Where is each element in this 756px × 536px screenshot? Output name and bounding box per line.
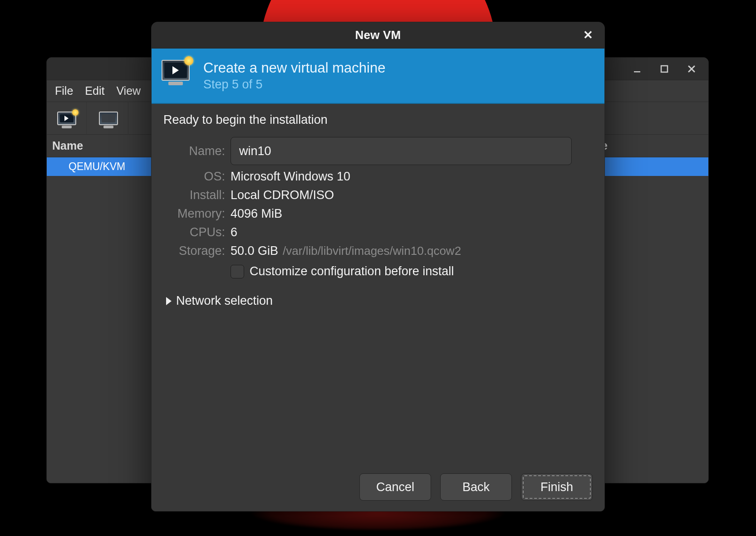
svg-rect-0 <box>634 71 640 73</box>
label-cpus: CPUs: <box>163 225 226 239</box>
connection-name: QEMU/KVM <box>69 161 125 173</box>
network-selection-label: Network selection <box>176 294 273 308</box>
vm-name-input[interactable] <box>231 137 572 165</box>
minimize-button[interactable] <box>629 61 645 77</box>
label-os: OS: <box>163 170 226 184</box>
ready-text: Ready to begin the installation <box>163 113 593 127</box>
label-memory: Memory: <box>163 207 226 221</box>
chevron-right-icon <box>166 297 172 305</box>
cancel-button[interactable]: Cancel <box>359 473 431 501</box>
menu-edit[interactable]: Edit <box>85 84 104 97</box>
customize-label: Customize configuration before install <box>250 264 454 278</box>
close-icon: ✕ <box>583 28 593 42</box>
svg-rect-1 <box>661 66 668 72</box>
value-memory: 4096 MiB <box>231 207 593 221</box>
dialog-title: New VM <box>152 28 604 42</box>
label-name: Name: <box>163 144 226 158</box>
close-button[interactable] <box>684 61 699 77</box>
open-vm-toolbar-button[interactable] <box>88 102 128 135</box>
menu-view[interactable]: View <box>116 84 141 97</box>
value-cpus: 6 <box>231 225 593 239</box>
customize-checkbox[interactable] <box>231 265 244 278</box>
dialog-close-button[interactable]: ✕ <box>578 22 598 48</box>
new-vm-icon <box>162 60 194 92</box>
value-storage-path: /var/lib/libvirt/images/win10.qcow2 <box>283 244 461 258</box>
back-button[interactable]: Back <box>440 473 512 501</box>
banner-heading: Create a new virtual machine <box>203 60 385 76</box>
finish-button[interactable]: Finish <box>521 473 593 501</box>
menu-file[interactable]: File <box>55 84 73 97</box>
network-selection-expander[interactable]: Network selection <box>166 294 593 308</box>
new-vm-dialog: New VM ✕ Create a new virtual machine St… <box>151 22 605 512</box>
value-os: Microsoft Windows 10 <box>231 170 593 184</box>
dialog-banner: Create a new virtual machine Step 5 of 5 <box>152 49 604 104</box>
banner-step: Step 5 of 5 <box>203 78 385 92</box>
value-storage-size: 50.0 GiB <box>231 244 278 258</box>
maximize-button[interactable] <box>657 61 672 77</box>
value-install: Local CDROM/ISO <box>231 188 593 202</box>
new-vm-toolbar-button[interactable] <box>47 102 87 135</box>
dialog-titlebar[interactable]: New VM ✕ <box>152 22 604 49</box>
label-install: Install: <box>163 188 226 202</box>
label-storage: Storage: <box>163 244 226 258</box>
dialog-footer: Cancel Back Finish <box>152 463 604 511</box>
